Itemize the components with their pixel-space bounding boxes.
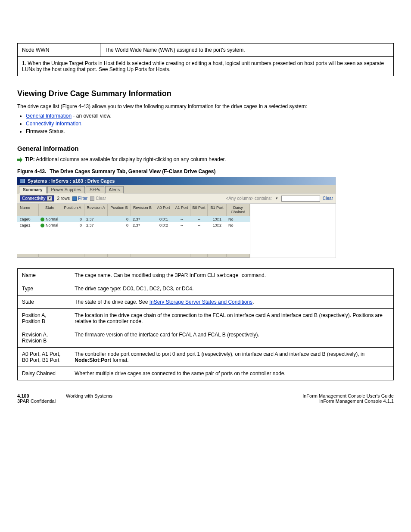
col-revision-a[interactable]: Revision A: [84, 204, 108, 216]
table-row[interactable]: cage1 Normal 0 2.37 0 2.37 0:0:2 -- -- 1…: [17, 222, 250, 228]
status-dot-icon: [40, 224, 44, 227]
col-a0-port[interactable]: A0 Port: [154, 204, 173, 216]
top-right-cell: The World Wide Name (WWN) assigned to th…: [100, 44, 394, 57]
tab-bar: Summary Power Supplies SFPs Alerts: [17, 185, 336, 193]
def-row-ports: A0 Port, A1 Port, B0 Port, B1 Port The c…: [18, 348, 394, 367]
drive-cages-screenshot: Systems : InServs : s183 : Drive Cages S…: [17, 177, 336, 258]
tip-block: TIP: Additional columns are available fo…: [17, 156, 394, 162]
def-desc: The cage name. Can be modified using the…: [70, 269, 394, 282]
subsection-heading: General Information: [17, 145, 394, 152]
bullet-general-info: General Information - an overall view.: [26, 113, 394, 119]
tab-sfps[interactable]: SFPs: [86, 186, 104, 193]
def-row-state: State The state of the drive cage. See I…: [18, 296, 394, 309]
figure-caption: Figure 4-43. The Drive Cages Summary Tab…: [17, 168, 394, 174]
tip-label: TIP:: [25, 156, 35, 162]
window-titlebar: Systems : InServs : s183 : Drive Cages: [17, 177, 336, 185]
figure-index: Figure 4-43.: [17, 168, 46, 174]
def-row-revision: Revision A, Revision B The firmware vers…: [18, 328, 394, 348]
clear-icon: [90, 196, 94, 201]
top-continuation-table: Node WWN The World Wide Name (WWN) assig…: [17, 43, 394, 76]
filter-icon: [72, 196, 77, 201]
tab-alerts[interactable]: Alerts: [105, 186, 124, 193]
col-position-b[interactable]: Position B: [108, 204, 131, 216]
bullet-connectivity-info: Connectivity Information.: [26, 121, 394, 127]
chevron-down-icon: ▼: [47, 196, 52, 201]
col-name[interactable]: Name: [17, 204, 39, 216]
section-intro: The drive cage list (Figure 4-43) allows…: [17, 103, 394, 110]
section-bullets: General Information - an overall view. C…: [26, 113, 394, 134]
row-count: 2 rows: [57, 196, 69, 201]
search-label: <Any column> contains:: [226, 196, 272, 201]
top-left-cell: Node WWN: [18, 44, 100, 57]
col-state[interactable]: State: [39, 204, 61, 216]
tab-power-supplies[interactable]: Power Supplies: [47, 186, 85, 193]
tip-arrow-icon: [17, 157, 22, 162]
view-dropdown[interactable]: Connectivity ▼: [20, 195, 54, 202]
col-revision-b[interactable]: Revision B: [131, 204, 154, 216]
grid-footer: [17, 254, 250, 258]
toolbar: Connectivity ▼ 2 rows Filter Clear <Any …: [17, 193, 336, 204]
col-position-a[interactable]: Position A: [61, 204, 84, 216]
top-footnote-cell: 1. When the Unique Target Ports in Host …: [18, 57, 394, 76]
section-heading: Viewing Drive Cage Summary Information: [17, 89, 394, 98]
clear-search-link[interactable]: Clear: [323, 196, 333, 201]
filter-button[interactable]: Filter: [72, 196, 87, 201]
col-b0-port[interactable]: B0 Port: [190, 204, 208, 216]
link-connectivity-info[interactable]: Connectivity Information: [26, 121, 81, 127]
def-row-position: Position A, Position B The location in t…: [18, 309, 394, 328]
search-input[interactable]: [281, 196, 320, 202]
figure-text: The Drive Cages Summary Tab, General Vie…: [50, 168, 215, 174]
tip-text: Additional columns are available for dis…: [36, 156, 226, 162]
def-row-daisy: Daisy Chained Whether multiple drive cag…: [18, 367, 394, 380]
link-states-conditions[interactable]: InServ Storage Server States and Conditi…: [149, 299, 252, 305]
col-a1-port[interactable]: A1 Port: [173, 204, 190, 216]
link-general-info[interactable]: General Information: [26, 113, 72, 119]
definitions-table: Name The cage name. Can be modified usin…: [17, 268, 394, 380]
col-daisy-chained[interactable]: Daisy Chained: [227, 204, 250, 216]
status-dot-icon: [40, 218, 44, 221]
tab-summary[interactable]: Summary: [19, 186, 47, 193]
page-footer: 4.100 3PAR Confidential Working with Sys…: [17, 393, 394, 404]
clear-filter-button[interactable]: Clear: [90, 196, 106, 201]
bullet-firmware-status: Firmware Status.: [26, 128, 394, 134]
window-title: Systems : InServs : s183 : Drive Cages: [28, 178, 115, 184]
grid-header: Name State Position A Revision A Positio…: [17, 204, 250, 216]
def-row-name: Name The cage name. Can be modified usin…: [18, 269, 394, 282]
data-grid: Name State Position A Revision A Positio…: [17, 204, 336, 258]
table-row[interactable]: cage0 Normal 0 2.37 0 2.37 0:0:1 -- -- 1…: [17, 216, 250, 222]
chevron-down-icon[interactable]: ▼: [274, 196, 279, 201]
app-icon: [20, 179, 25, 183]
col-b1-port[interactable]: B1 Port: [208, 204, 227, 216]
def-row-type: Type The drive cage type: DC0, DC1, DC2,…: [18, 282, 394, 296]
